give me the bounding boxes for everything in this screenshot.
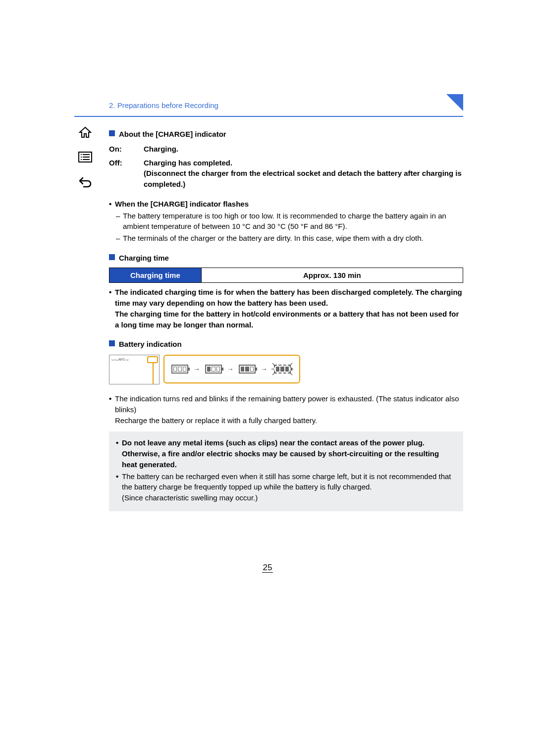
chapter-title: 2. Preparations before Recording: [109, 101, 218, 109]
arrow-icon: →: [261, 364, 268, 374]
info-line-1: The indication turns red and blinks if t…: [115, 394, 459, 414]
list-icon[interactable]: [78, 151, 92, 163]
heading-text: About the [CHARGE] indicator: [119, 129, 226, 140]
note-text: The indicated charging time is for when …: [115, 287, 463, 330]
flash-heading: • When the [CHARGE] indicator flashes: [109, 199, 463, 210]
battery-one-third-icon: [239, 365, 256, 374]
battery-empty-flashing-icon: [272, 363, 292, 375]
battery-info: • The indication turns red and blinks if…: [109, 393, 463, 426]
flash-block: • When the [CHARGE] indicator flashes – …: [109, 199, 463, 244]
on-label: On:: [109, 144, 144, 155]
heading-text: Charging time: [119, 253, 169, 264]
warning-text: The battery can be recharged even when i…: [122, 471, 456, 503]
note-line-2: The charging time for the battery in hot…: [115, 310, 459, 329]
camera-screen-thumbnail: ▭▭ AFS ▭: [109, 355, 160, 384]
table-header-cell: Charging time: [109, 268, 202, 283]
battery-level-sequence: → → →: [163, 355, 300, 383]
battery-info-text: The indication turns red and blinks if t…: [115, 393, 463, 426]
section-heading-charge-indicator: About the [CHARGE] indicator: [109, 129, 463, 140]
table-value-cell: Approx. 130 min: [201, 268, 463, 283]
dash-icon: –: [116, 233, 123, 244]
flash-item-text: The terminals of the charger or the batt…: [123, 233, 463, 244]
square-bullet-icon: [109, 340, 115, 346]
warning-line-1: The battery can be recharged even when i…: [122, 472, 451, 491]
bullet-dot-icon: •: [109, 393, 115, 426]
flash-title: When the [CHARGE] indicator flashes: [115, 199, 463, 210]
arrow-icon: →: [193, 364, 200, 374]
info-line-2: Recharge the battery or replace it with …: [115, 416, 317, 425]
section-heading-charging-time: Charging time: [109, 253, 463, 264]
flash-item: – The battery temperature is too high or…: [109, 211, 463, 232]
callout-leader-line: [153, 362, 154, 384]
page-number: 25: [0, 563, 535, 573]
heading-text: Battery indication: [119, 339, 182, 350]
warning-text-bold: Do not leave any metal items (such as cl…: [122, 437, 456, 470]
warning-box: • Do not leave any metal items (such as …: [109, 432, 463, 511]
on-value: Charging.: [144, 144, 463, 155]
chapter-header: 2. Preparations before Recording: [74, 94, 463, 117]
battery-two-thirds-icon: [205, 365, 222, 374]
bullet-dot-icon: •: [116, 471, 122, 503]
screen-status-icons: ▭▭ AFS ▭: [111, 357, 128, 362]
sidebar-nav: [78, 126, 92, 188]
off-label: Off:: [109, 158, 144, 190]
charging-time-note: • The indicated charging time is for whe…: [109, 287, 463, 330]
battery-illustration: ▭▭ AFS ▭ → → →: [109, 355, 463, 384]
page-number-value: 25: [262, 563, 273, 573]
bullet-dot-icon: •: [109, 287, 115, 330]
bullet-dot-icon: •: [109, 199, 115, 210]
page-content: About the [CHARGE] indicator On: Chargin…: [109, 117, 463, 511]
home-icon[interactable]: [78, 126, 92, 139]
battery-full-icon: [171, 365, 188, 374]
warning-line-2: (Since characteristic swelling may occur…: [122, 493, 258, 502]
header-corner-decoration: [446, 94, 463, 111]
flash-item-text: The battery temperature is too high or t…: [123, 211, 463, 232]
warning-item-2: • The battery can be recharged even when…: [116, 471, 456, 503]
square-bullet-icon: [109, 254, 115, 260]
table-row: Charging time Approx. 130 min: [109, 268, 463, 283]
bullet-dot-icon: •: [116, 437, 122, 470]
warning-item-1: • Do not leave any metal items (such as …: [116, 437, 456, 470]
page: 2. Preparations before Recording About t…: [0, 0, 535, 756]
dash-icon: –: [116, 211, 123, 232]
note-line-1: The indicated charging time is for when …: [115, 288, 462, 307]
back-icon[interactable]: [78, 175, 92, 188]
arrow-icon: →: [227, 364, 234, 374]
flash-item: – The terminals of the charger or the ba…: [109, 233, 463, 244]
indicator-off-row: Off: Charging has completed. (Disconnect…: [109, 158, 463, 190]
section-heading-battery-indication: Battery indication: [109, 339, 463, 350]
charging-time-table: Charging time Approx. 130 min: [109, 268, 463, 283]
off-value: Charging has completed. (Disconnect the …: [144, 158, 463, 190]
indicator-on-row: On: Charging.: [109, 144, 463, 155]
square-bullet-icon: [109, 130, 115, 136]
